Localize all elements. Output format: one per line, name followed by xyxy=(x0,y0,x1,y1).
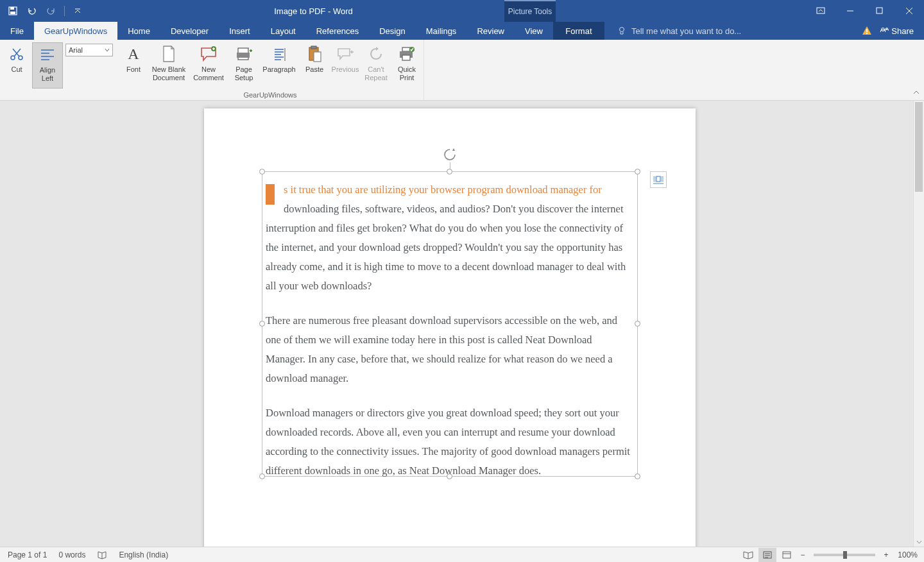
svg-rect-18 xyxy=(402,47,410,51)
status-spellcheck[interactable] xyxy=(97,550,107,559)
zoom-in-button[interactable]: + xyxy=(880,550,892,559)
tab-mailings[interactable]: Mailings xyxy=(416,22,467,40)
warning-icon[interactable] xyxy=(862,26,872,36)
tab-file[interactable]: File xyxy=(0,22,34,40)
minimize-button[interactable] xyxy=(835,0,865,22)
paragraph-button[interactable]: Paragraph xyxy=(259,42,299,89)
contextual-tab-label: Picture Tools xyxy=(504,0,556,22)
layout-options-button[interactable] xyxy=(650,171,667,188)
tab-format[interactable]: Format xyxy=(553,22,604,40)
qat-separator xyxy=(64,6,65,16)
align-left-icon xyxy=(37,44,58,65)
svg-rect-1 xyxy=(10,7,14,10)
comment-icon xyxy=(198,44,219,64)
svg-rect-4 xyxy=(877,8,882,13)
rotate-handle[interactable] xyxy=(442,147,458,162)
font-icon: A xyxy=(123,44,144,64)
print-layout-button[interactable] xyxy=(758,548,776,562)
resize-handle-tm[interactable] xyxy=(447,169,452,175)
read-mode-icon xyxy=(742,550,754,559)
share-button[interactable]: Share xyxy=(880,26,914,36)
ribbon-group-first: Cut AlignLeft Arial xyxy=(0,40,117,100)
scroll-down-button[interactable] xyxy=(914,536,924,547)
zoom-slider[interactable] xyxy=(814,554,875,556)
paragraph-icon xyxy=(269,44,289,64)
undo-button[interactable] xyxy=(26,4,38,17)
tell-me-search[interactable]: Tell me what you want to do... xyxy=(604,22,862,40)
tab-insert[interactable]: Insert xyxy=(219,22,261,40)
zoom-slider-knob[interactable] xyxy=(843,551,847,559)
share-label: Share xyxy=(891,26,914,36)
scissors-icon xyxy=(6,44,27,64)
resize-handle-mr[interactable] xyxy=(635,321,640,327)
svg-rect-22 xyxy=(656,176,660,182)
collapse-ribbon-button[interactable] xyxy=(912,89,920,99)
read-mode-button[interactable] xyxy=(739,548,757,562)
document-area[interactable]: s it true that you are utilizing your br… xyxy=(0,101,924,547)
new-blank-document-button[interactable]: New BlankDocument xyxy=(149,42,189,89)
ribbon-tabs: File GearUpWindows Home Developer Insert… xyxy=(0,22,924,40)
tab-design[interactable]: Design xyxy=(369,22,415,40)
print-layout-icon xyxy=(762,550,773,559)
ribbon: Cut AlignLeft Arial A Font New B xyxy=(0,40,924,101)
resize-handle-tr[interactable] xyxy=(635,169,640,175)
maximize-button[interactable] xyxy=(865,0,894,22)
redo-button[interactable] xyxy=(45,4,58,17)
page[interactable]: s it true that you are utilizing your br… xyxy=(204,108,696,547)
quick-print-button[interactable]: QuickPrint xyxy=(391,42,422,89)
vertical-scrollbar[interactable] xyxy=(913,101,924,547)
repeat-icon xyxy=(366,44,386,64)
ribbon-group-main: A Font New BlankDocument NewComment Page… xyxy=(117,40,424,100)
zoom-percentage[interactable]: 100% xyxy=(893,550,920,559)
align-left-button[interactable]: AlignLeft xyxy=(32,42,63,89)
status-bar: Page 1 of 1 0 words English (India) − + … xyxy=(0,547,924,562)
share-area: Share xyxy=(862,22,924,40)
resize-handle-tl[interactable] xyxy=(259,169,265,175)
page-setup-button[interactable]: PageSetup xyxy=(228,42,259,89)
status-page[interactable]: Page 1 of 1 xyxy=(8,550,47,559)
scroll-thumb[interactable] xyxy=(915,102,923,192)
title-bar: Image to PDF - Word Picture Tools xyxy=(0,0,924,22)
web-layout-button[interactable] xyxy=(778,548,796,562)
window-controls xyxy=(835,0,924,22)
cant-repeat-button[interactable]: Can'tRepeat xyxy=(361,42,391,89)
svg-rect-2 xyxy=(10,12,15,14)
status-language[interactable]: English (India) xyxy=(119,550,168,559)
resize-handle-ml[interactable] xyxy=(259,321,265,327)
new-comment-button[interactable]: NewComment xyxy=(189,42,228,89)
previous-icon xyxy=(335,44,355,64)
lightbulb-icon xyxy=(617,26,626,35)
svg-rect-17 xyxy=(314,52,321,62)
save-button[interactable] xyxy=(6,4,19,17)
tab-gearupwindows[interactable]: GearUpWindows xyxy=(34,22,117,40)
svg-rect-3 xyxy=(817,8,825,13)
paste-button[interactable]: Paste xyxy=(299,42,330,89)
qat-customize-button[interactable] xyxy=(71,4,84,17)
status-words[interactable]: 0 words xyxy=(58,550,85,559)
font-combo[interactable]: Arial xyxy=(65,44,113,56)
close-button[interactable] xyxy=(894,0,924,22)
svg-rect-24 xyxy=(783,552,791,558)
tab-review[interactable]: Review xyxy=(466,22,515,40)
ribbon-display-options-button[interactable] xyxy=(806,7,835,15)
font-value: Arial xyxy=(69,46,83,54)
book-icon xyxy=(97,550,107,559)
resize-handle-br[interactable] xyxy=(635,473,640,479)
tab-home[interactable]: Home xyxy=(117,22,160,40)
svg-rect-14 xyxy=(237,53,250,58)
printer-icon xyxy=(397,44,417,64)
p1-rest: downloading files, software, videos, and… xyxy=(266,203,626,292)
page-setup-icon xyxy=(234,44,254,64)
p1-lead: s it true that you are utilizing your br… xyxy=(284,183,602,196)
tab-references[interactable]: References xyxy=(306,22,369,40)
svg-rect-6 xyxy=(866,29,868,32)
zoom-out-button[interactable]: − xyxy=(797,550,809,559)
previous-button[interactable]: Previous xyxy=(330,42,361,89)
tab-layout[interactable]: Layout xyxy=(261,22,306,40)
font-button[interactable]: A Font xyxy=(118,42,149,89)
resize-handle-bl[interactable] xyxy=(259,473,265,479)
svg-point-5 xyxy=(619,28,624,32)
tab-developer[interactable]: Developer xyxy=(160,22,219,40)
tab-view[interactable]: View xyxy=(515,22,553,40)
cut-button[interactable]: Cut xyxy=(1,42,32,89)
